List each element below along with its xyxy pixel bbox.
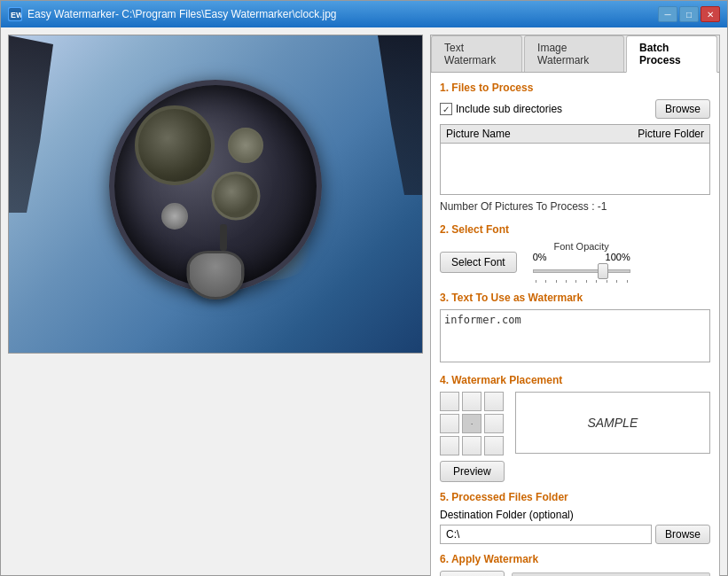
section3-title: 3. Text To Use as Watermark <box>440 292 710 304</box>
font-opacity-title: Font Opacity <box>533 241 630 252</box>
section2-title: 2. Select Font <box>440 223 710 236</box>
section-placement: 4. Watermark Placement · <box>440 374 710 482</box>
placement-bot-left[interactable] <box>440 436 459 455</box>
sample-box: SAMPLE <box>515 392 710 454</box>
include-subdirs-checkbox[interactable]: ✓ <box>440 103 452 115</box>
close-button[interactable]: ✕ <box>701 6 720 22</box>
font-opacity-wrapper: Font Opacity 0% 100% <box>533 241 630 283</box>
file-table-header: Picture Name Picture Folder <box>441 125 709 144</box>
slider-track <box>533 269 630 273</box>
select-font-button[interactable]: Select Font <box>440 252 517 273</box>
browse-files-button[interactable]: Browse <box>655 99 710 119</box>
col-picture-name: Picture Name <box>446 128 575 140</box>
placement-bot-center[interactable] <box>462 436 481 455</box>
font-row: Select Font Font Opacity 0% 100% <box>440 241 710 283</box>
dest-folder-label: Destination Folder (optional) <box>440 509 710 521</box>
placement-mid-center[interactable]: · <box>462 414 481 433</box>
watermark-text-input[interactable]: informer.com <box>440 309 710 362</box>
tick5 <box>575 280 576 283</box>
file-table: Picture Name Picture Folder <box>440 124 710 195</box>
opacity-100-label: 100% <box>606 252 630 262</box>
pendulum-base <box>187 251 245 300</box>
font-opacity-slider[interactable] <box>533 262 630 280</box>
placement-top-left[interactable] <box>440 392 459 411</box>
preview-button[interactable]: Preview <box>440 461 505 482</box>
placement-grid: · <box>440 392 505 455</box>
tab-text-watermark[interactable]: Text Watermark <box>431 35 522 72</box>
tabs: Text Watermark Image Watermark Batch Pro… <box>431 35 719 73</box>
placement-top-right[interactable] <box>484 392 504 411</box>
section-apply: 6. Apply Watermark Process <box>440 553 710 576</box>
tick6 <box>586 280 587 283</box>
include-subdirs-label: Include sub directories <box>456 103 562 115</box>
title-bar-left: EW Easy Watermarker- C:\Program Files\Ea… <box>8 7 337 21</box>
gear-large <box>135 105 215 185</box>
tab-image-watermark[interactable]: Image Watermark <box>524 35 624 72</box>
tab-batch-process[interactable]: Batch Process <box>626 35 717 73</box>
apply-row: Process <box>440 571 710 576</box>
tick3 <box>556 280 557 283</box>
gear-extra <box>161 203 188 230</box>
gear-small <box>211 172 260 221</box>
opacity-pct-row: 0% 100% <box>533 252 630 262</box>
dest-row: Browse <box>440 525 710 544</box>
col-picture-folder: Picture Folder <box>575 128 705 140</box>
dest-folder-input[interactable] <box>440 525 652 544</box>
tick2 <box>545 280 546 283</box>
tick9 <box>616 280 617 283</box>
section-dest-folder: 5. Processed Files Folder Destination Fo… <box>440 491 710 544</box>
svg-text:EW: EW <box>11 11 21 19</box>
placement-section: · Preview SAMPLE <box>440 392 710 482</box>
window-title: Easy Watermarker- C:\Program Files\Easy … <box>27 8 337 20</box>
title-bar: EW Easy Watermarker- C:\Program Files\Ea… <box>1 1 727 27</box>
tick-row <box>533 280 630 283</box>
clock-image <box>9 35 422 353</box>
tick8 <box>607 280 607 283</box>
main-content: Text Watermark Image Watermark Batch Pro… <box>1 27 727 576</box>
section5-title: 5. Processed Files Folder <box>440 491 710 503</box>
placement-bot-right[interactable] <box>484 436 504 455</box>
placement-mid-left[interactable] <box>440 414 459 433</box>
section-watermark-text: 3. Text To Use as Watermark informer.com <box>440 292 710 365</box>
image-container <box>8 35 423 354</box>
pictures-count: Number Of Pictures To Process : -1 <box>440 200 710 213</box>
figure-body <box>220 224 227 251</box>
tick1 <box>536 280 536 283</box>
section4-title: 4. Watermark Placement <box>440 374 710 386</box>
title-bar-controls: ─ □ ✕ <box>658 6 720 22</box>
include-left: ✓ Include sub directories <box>440 103 562 115</box>
section1-title: 1. Files to Process <box>440 82 710 94</box>
panel-content: 1. Files to Process ✓ Include sub direct… <box>431 73 719 576</box>
tick4 <box>566 280 567 283</box>
main-window: EW Easy Watermarker- C:\Program Files\Ea… <box>0 0 728 576</box>
right-panel: Text Watermark Image Watermark Batch Pro… <box>430 35 720 576</box>
process-button[interactable]: Process <box>440 571 505 576</box>
progress-bar <box>512 572 710 576</box>
left-panel <box>8 35 423 576</box>
maximize-button[interactable]: □ <box>679 6 699 22</box>
placement-mid-right[interactable] <box>484 414 504 433</box>
gear-tiny <box>228 128 263 163</box>
minimize-button[interactable]: ─ <box>658 6 677 22</box>
app-icon: EW <box>8 7 22 21</box>
section-font: 2. Select Font Select Font Font Opacity … <box>440 223 710 283</box>
opacity-0-label: 0% <box>533 252 547 262</box>
slider-thumb[interactable] <box>598 263 608 279</box>
placement-top-center[interactable] <box>462 392 481 411</box>
sample-label: SAMPLE <box>587 416 638 430</box>
tree-right <box>360 35 422 195</box>
browse-dest-button[interactable]: Browse <box>655 525 710 544</box>
include-row: ✓ Include sub directories Browse <box>440 99 710 119</box>
section6-title: 6. Apply Watermark <box>440 553 710 565</box>
section-files: 1. Files to Process ✓ Include sub direct… <box>440 82 710 213</box>
tree-left <box>9 35 71 213</box>
tick7 <box>596 280 597 283</box>
tick10 <box>627 280 628 283</box>
